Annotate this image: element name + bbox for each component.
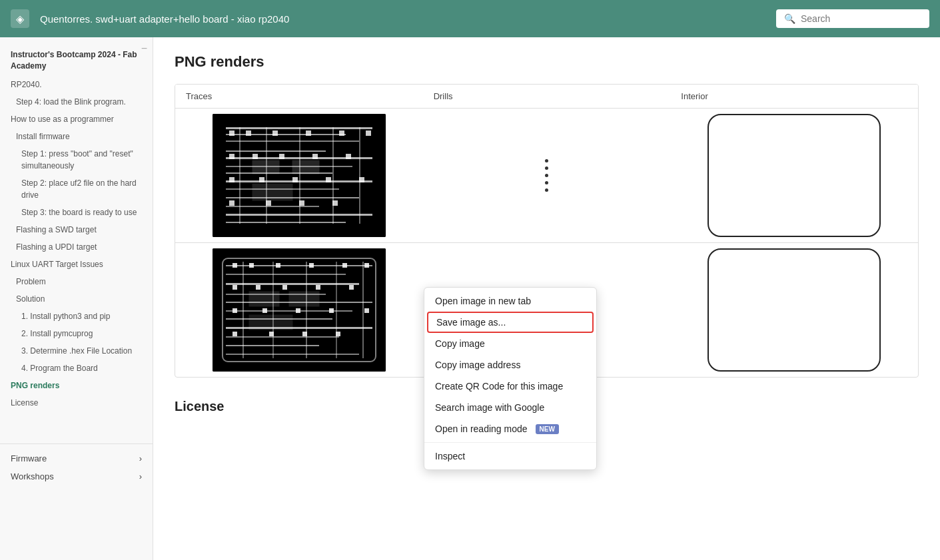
svg-rect-64 — [342, 263, 347, 268]
svg-rect-77 — [269, 332, 274, 336]
sidebar-item-rp2040[interactable]: RP2040. — [0, 76, 153, 93]
table-header: Traces Drills Interior — [175, 85, 918, 109]
svg-rect-67 — [256, 285, 260, 290]
sidebar-collapse-button[interactable]: − — [141, 43, 147, 55]
svg-rect-3 — [226, 140, 359, 142]
drills-dots-1 — [545, 159, 548, 192]
svg-rect-55 — [242, 262, 244, 358]
sidebar-item-solution[interactable]: Solution — [0, 290, 153, 308]
svg-rect-15 — [266, 127, 267, 224]
svg-rect-13 — [226, 222, 346, 223]
svg-rect-37 — [299, 200, 304, 206]
interior-image-2 — [707, 248, 881, 372]
svg-rect-68 — [282, 285, 287, 290]
inspect-label: Inspect — [435, 451, 465, 461]
svg-rect-33 — [326, 177, 331, 182]
svg-rect-16 — [299, 127, 300, 224]
svg-rect-27 — [279, 154, 284, 159]
app-logo: ◈ — [11, 9, 29, 28]
search-icon: 🔍 — [784, 13, 795, 24]
context-menu-copy-image-address[interactable]: Copy image address — [424, 354, 596, 376]
sidebar-item-step1[interactable]: Step 1: press "boot" and "reset" simulta… — [0, 145, 153, 174]
context-menu-open-reading[interactable]: Open in reading mode NEW — [424, 418, 596, 439]
svg-rect-63 — [309, 263, 314, 268]
context-menu-search-google[interactable]: Search image with Google — [424, 397, 596, 418]
copy-image-address-label: Copy image address — [435, 360, 520, 370]
traces-image-2[interactable] — [213, 248, 386, 372]
svg-rect-28 — [312, 154, 318, 159]
search-box[interactable]: 🔍 — [776, 9, 929, 28]
svg-rect-26 — [252, 154, 258, 159]
main-layout: − Instructor's Bootcamp 2024 - Fab Acade… — [0, 37, 940, 560]
sidebar-divider — [0, 443, 153, 444]
svg-rect-29 — [346, 154, 351, 159]
sidebar-item-install-python[interactable]: 1. Install python3 and pip — [0, 308, 153, 325]
context-menu-copy-image[interactable]: Copy image — [424, 333, 596, 354]
sidebar-item-program-board[interactable]: 4. Program the Board — [0, 360, 153, 377]
svg-rect-73 — [296, 308, 300, 313]
open-reading-label: Open in reading mode — [435, 423, 528, 434]
svg-rect-24 — [366, 131, 371, 136]
drill-dot — [545, 159, 548, 162]
sidebar-item-png-renders[interactable]: PNG renders — [0, 377, 153, 394]
svg-rect-32 — [292, 177, 298, 182]
interior-cell-2 — [670, 243, 918, 377]
column-header-traces: Traces — [175, 85, 423, 108]
context-menu-open-new-tab[interactable]: Open image in new tab — [424, 290, 596, 312]
svg-rect-71 — [233, 308, 237, 313]
sidebar: − Instructor's Bootcamp 2024 - Fab Acade… — [0, 37, 153, 560]
svg-rect-59 — [362, 262, 364, 358]
svg-rect-60 — [233, 263, 237, 268]
svg-rect-41 — [252, 184, 292, 200]
svg-rect-82 — [249, 315, 292, 330]
page-breadcrumb: Quentorres. swd+uart adapter+hello board… — [40, 13, 765, 25]
svg-rect-58 — [336, 262, 337, 358]
sidebar-item-flashing-swd[interactable]: Flashing a SWD target — [0, 221, 153, 238]
sidebar-item-problem[interactable]: Problem — [0, 273, 153, 290]
sidebar-item-determine-hex[interactable]: 3. Determine .hex File Location — [0, 342, 153, 360]
traces-cell-1 — [175, 109, 423, 242]
svg-rect-36 — [266, 200, 271, 206]
sidebar-item-install-pymcu[interactable]: 2. Install pymcuprog — [0, 325, 153, 342]
sidebar-item-flashing-updi[interactable]: Flashing a UPDI target — [0, 238, 153, 256]
column-header-drills: Drills — [423, 85, 671, 108]
svg-rect-46 — [226, 283, 359, 285]
svg-rect-70 — [349, 285, 354, 290]
logo-icon: ◈ — [16, 13, 24, 25]
svg-rect-21 — [272, 131, 278, 136]
svg-rect-30 — [229, 177, 235, 182]
sidebar-item-how-to-use[interactable]: How to use as a programmer — [0, 111, 153, 128]
drill-dot — [545, 181, 548, 184]
sidebar-item-firmware[interactable]: Firmware › — [0, 449, 153, 467]
drill-dot — [545, 188, 548, 192]
svg-rect-39 — [252, 160, 279, 174]
svg-rect-74 — [329, 308, 334, 313]
svg-rect-31 — [259, 177, 264, 182]
traces-image-1[interactable] — [213, 114, 386, 237]
column-header-interior: Interior — [670, 85, 918, 108]
svg-rect-66 — [233, 285, 237, 290]
svg-rect-65 — [364, 263, 369, 268]
table-row — [175, 109, 918, 243]
svg-rect-18 — [359, 127, 360, 224]
context-menu-create-qr[interactable]: Create QR Code for this image — [424, 376, 596, 397]
context-menu-inspect[interactable]: Inspect — [424, 445, 596, 467]
search-input[interactable] — [801, 13, 921, 24]
sidebar-item-step3[interactable]: Step 3: the board is ready to use — [0, 204, 153, 221]
sidebar-item-linux-uart[interactable]: Linux UART Target Issues — [0, 256, 153, 273]
svg-rect-2 — [226, 134, 346, 135]
sidebar-item-license[interactable]: License — [0, 394, 153, 412]
svg-rect-4 — [226, 150, 326, 152]
drill-dot — [545, 174, 548, 177]
svg-rect-20 — [246, 131, 251, 136]
sidebar-item-step2[interactable]: Step 2: place uf2 file on the hard drive — [0, 174, 153, 204]
header: ◈ Quentorres. swd+uart adapter+hello boa… — [0, 0, 940, 37]
traces-cell-2 — [175, 243, 423, 377]
drills-cell-1 — [423, 109, 671, 242]
sidebar-item-workshops[interactable]: Workshops › — [0, 467, 153, 485]
new-badge: NEW — [536, 424, 559, 434]
sidebar-item-install-firmware[interactable]: Install firmware — [0, 128, 153, 145]
svg-rect-17 — [332, 127, 334, 224]
sidebar-item-step4[interactable]: Step 4: load the Blink program. — [0, 93, 153, 111]
context-menu-save-image-as[interactable]: Save image as... — [427, 312, 594, 333]
